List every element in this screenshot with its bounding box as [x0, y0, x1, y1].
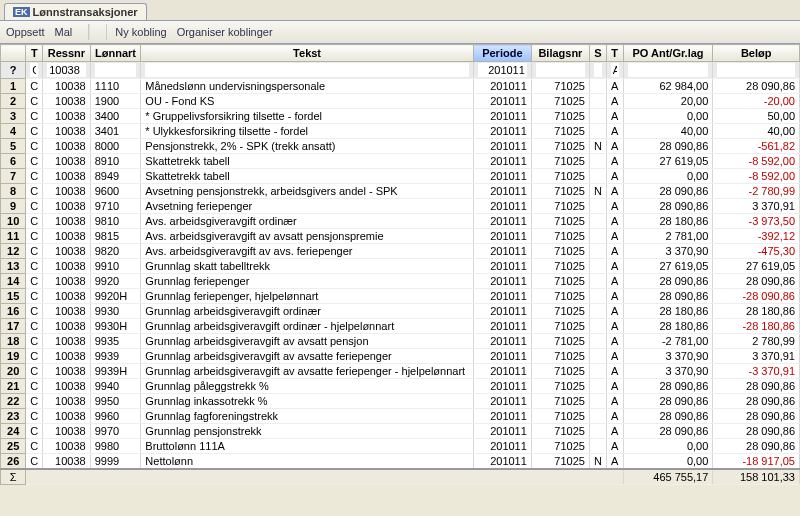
cell-belop[interactable]: 28 090,86 [713, 439, 800, 454]
cell-lonnart[interactable]: 3401 [90, 124, 141, 139]
cell-t2[interactable]: A [606, 379, 623, 394]
header-tekst[interactable]: Tekst [141, 45, 473, 62]
filter-lonnart[interactable] [90, 62, 141, 79]
row-number[interactable]: 11 [1, 229, 26, 244]
cell-ressnr[interactable]: 10038 [43, 139, 90, 154]
cell-periode[interactable]: 201011 [473, 424, 531, 439]
cell-t[interactable]: C [26, 274, 43, 289]
cell-s[interactable]: N [589, 139, 606, 154]
cell-t2[interactable]: A [606, 94, 623, 109]
cell-lonnart[interactable]: 9920H [90, 289, 141, 304]
cell-t[interactable]: C [26, 244, 43, 259]
header-corner[interactable] [1, 45, 26, 62]
cell-t[interactable]: C [26, 334, 43, 349]
cell-belop[interactable]: -28 180,86 [713, 319, 800, 334]
cell-ant[interactable]: 28 090,86 [623, 379, 713, 394]
row-number[interactable]: 24 [1, 424, 26, 439]
cell-belop[interactable]: -392,12 [713, 229, 800, 244]
cell-ressnr[interactable]: 10038 [43, 394, 90, 409]
cell-t[interactable]: C [26, 319, 43, 334]
filter-periode[interactable] [473, 62, 531, 79]
header-ressnr[interactable]: Ressnr [43, 45, 90, 62]
cell-bilagsnr[interactable]: 71025 [531, 334, 589, 349]
table-row[interactable]: 14C100389920Grunnlag feriepenger20101171… [1, 274, 800, 289]
cell-t2[interactable]: A [606, 259, 623, 274]
row-number[interactable]: 10 [1, 214, 26, 229]
cell-s[interactable] [589, 439, 606, 454]
filter-belop-input[interactable] [717, 63, 795, 77]
cell-bilagsnr[interactable]: 71025 [531, 184, 589, 199]
cell-s[interactable] [589, 274, 606, 289]
table-row[interactable]: 23C100389960Grunnlag fagforeningstrekk20… [1, 409, 800, 424]
cell-ant[interactable]: 28 090,86 [623, 289, 713, 304]
table-row[interactable]: 18C100389935Grunnlag arbeidsgiveravgift … [1, 334, 800, 349]
filter-ressnr-input[interactable] [47, 63, 85, 77]
cell-lonnart[interactable]: 9935 [90, 334, 141, 349]
filter-t[interactable] [26, 62, 43, 79]
filter-ant[interactable] [623, 62, 713, 79]
cell-lonnart[interactable]: 9600 [90, 184, 141, 199]
row-number[interactable]: 26 [1, 454, 26, 470]
cell-periode[interactable]: 201011 [473, 244, 531, 259]
cell-ressnr[interactable]: 10038 [43, 244, 90, 259]
cell-s[interactable] [589, 289, 606, 304]
header-t2[interactable]: T [606, 45, 623, 62]
cell-ant[interactable]: 28 090,86 [623, 274, 713, 289]
table-row[interactable]: 20C100389939HGrunnlag arbeidsgiveravgift… [1, 364, 800, 379]
table-row[interactable]: 3C100383400* Gruppelivsforsikring tilset… [1, 109, 800, 124]
cell-bilagsnr[interactable]: 71025 [531, 214, 589, 229]
table-row[interactable]: 6C100388910Skattetrekk tabell20101171025… [1, 154, 800, 169]
cell-periode[interactable]: 201011 [473, 169, 531, 184]
table-row[interactable]: 24C100389970Grunnlag pensjonstrekk201011… [1, 424, 800, 439]
cell-belop[interactable]: -20,00 [713, 94, 800, 109]
cell-bilagsnr[interactable]: 71025 [531, 154, 589, 169]
table-row[interactable]: 22C100389950Grunnlag inkassotrekk %20101… [1, 394, 800, 409]
table-row[interactable]: 16C100389930Grunnlag arbeidsgiveravgift … [1, 304, 800, 319]
filter-tekst-input[interactable] [145, 63, 468, 77]
cell-ant[interactable]: 28 090,86 [623, 184, 713, 199]
cell-s[interactable] [589, 79, 606, 94]
cell-belop[interactable]: -2 780,99 [713, 184, 800, 199]
row-number[interactable]: 6 [1, 154, 26, 169]
cell-lonnart[interactable]: 1110 [90, 79, 141, 94]
cell-belop[interactable]: -28 090,86 [713, 289, 800, 304]
cell-periode[interactable]: 201011 [473, 394, 531, 409]
cell-ressnr[interactable]: 10038 [43, 259, 90, 274]
cell-t[interactable]: C [26, 259, 43, 274]
cell-t2[interactable]: A [606, 154, 623, 169]
cell-ressnr[interactable]: 10038 [43, 184, 90, 199]
cell-ant[interactable]: 0,00 [623, 109, 713, 124]
cell-belop[interactable]: 27 619,05 [713, 259, 800, 274]
row-number[interactable]: 19 [1, 349, 26, 364]
cell-ant[interactable]: 28 180,86 [623, 319, 713, 334]
cell-periode[interactable]: 201011 [473, 109, 531, 124]
cell-belop[interactable]: 50,00 [713, 109, 800, 124]
row-number[interactable]: 8 [1, 184, 26, 199]
cell-t2[interactable]: A [606, 109, 623, 124]
cell-periode[interactable]: 201011 [473, 334, 531, 349]
cell-belop[interactable]: -3 370,91 [713, 364, 800, 379]
filter-t2-input[interactable] [611, 63, 619, 77]
cell-s[interactable] [589, 154, 606, 169]
cell-lonnart[interactable]: 9810 [90, 214, 141, 229]
cell-tekst[interactable]: OU - Fond KS [141, 94, 473, 109]
cell-tekst[interactable]: Grunnlag arbeidsgiveravgift av avsatt pe… [141, 334, 473, 349]
cell-s[interactable] [589, 94, 606, 109]
cell-s[interactable] [589, 229, 606, 244]
cell-t2[interactable]: A [606, 169, 623, 184]
cell-ant[interactable]: 0,00 [623, 439, 713, 454]
filter-tekst[interactable] [141, 62, 473, 79]
row-number[interactable]: 14 [1, 274, 26, 289]
cell-tekst[interactable]: Bruttolønn 111A [141, 439, 473, 454]
cell-belop[interactable]: 28 090,86 [713, 424, 800, 439]
cell-periode[interactable]: 201011 [473, 154, 531, 169]
cell-ressnr[interactable]: 10038 [43, 289, 90, 304]
cell-t2[interactable]: A [606, 304, 623, 319]
row-number[interactable]: 4 [1, 124, 26, 139]
cell-belop[interactable]: 3 370,91 [713, 199, 800, 214]
cell-periode[interactable]: 201011 [473, 214, 531, 229]
table-row[interactable]: 12C100389820Avs. arbeidsgiveravgift av a… [1, 244, 800, 259]
cell-belop[interactable]: 28 090,86 [713, 409, 800, 424]
cell-t2[interactable]: A [606, 439, 623, 454]
row-number[interactable]: 17 [1, 319, 26, 334]
